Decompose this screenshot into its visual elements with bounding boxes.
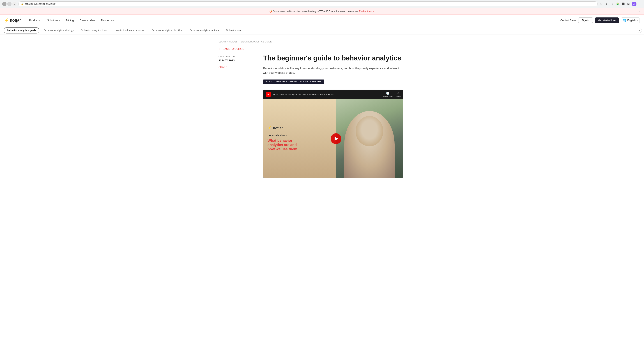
video-headline: Let's talk about <box>268 134 336 137</box>
google-icon[interactable]: G <box>600 2 604 6</box>
language-text: English <box>627 19 636 22</box>
video-logo: ⚡ hotjar <box>268 126 336 130</box>
nav-actions: Contact Sales Sign in Get started free 🌐… <box>560 17 640 23</box>
find-out-more-link[interactable]: Find out more. <box>359 10 375 13</box>
share-link[interactable]: SHARE <box>218 66 227 69</box>
browser-right-icons: G ⬇ ☆ 🧩 ⬛ ▣ A ⋮ <box>600 2 642 6</box>
sub-nav-checklist-label: Behavior analytics checklist <box>152 29 182 32</box>
article-description: Behavior analytics is the key to underst… <box>263 66 403 75</box>
video-subheadline: What behavioranalytics are andhow we use… <box>268 138 336 151</box>
cast-icon[interactable]: ⬛ <box>621 2 625 6</box>
breadcrumb-guides[interactable]: GUIDES <box>229 41 237 43</box>
person-image <box>336 99 403 178</box>
url-text: hotjar.com/behavior-analytics/ <box>24 3 56 5</box>
sign-in-button[interactable]: Sign in <box>578 17 593 23</box>
menu-icon[interactable]: ⋮ <box>638 2 642 6</box>
video-person-area <box>336 99 403 178</box>
logo-text: hotjar <box>10 18 21 23</box>
resources-nav-link[interactable]: Resources ▾ <box>98 17 118 23</box>
video-header-right: 🕐 Watch later ↗ Share <box>383 92 400 98</box>
contact-sales-link[interactable]: Contact Sales <box>560 19 576 22</box>
share-label: Share <box>395 95 400 98</box>
globe-icon: 🌐 <box>623 19 626 22</box>
sub-nav-item-strategy[interactable]: Behavior analytics strategy <box>40 26 77 35</box>
video-title: What behavior analytics are and how we u… <box>272 93 334 96</box>
tab-icon[interactable]: ▣ <box>626 2 630 6</box>
language-selector[interactable]: 🌐 English ▾ <box>621 18 640 23</box>
reload-button[interactable]: ↻ <box>12 2 16 6</box>
breadcrumb: LEARN / GUIDES / BEHAVIOR ANALYTICS GUID… <box>218 41 426 43</box>
download-icon[interactable]: ⬇ <box>605 2 609 6</box>
logo[interactable]: ⚡ hotjar <box>4 18 21 23</box>
back-button[interactable]: ← <box>2 2 6 6</box>
announcement-banner: 🌶️ Spicy news: In November, we're hostin… <box>0 8 644 15</box>
play-button[interactable] <box>330 133 342 144</box>
back-arrow-icon: ← <box>218 47 222 51</box>
sub-nav-item-guide[interactable]: Behavior analytics guide <box>4 27 39 34</box>
video-logo-icon: ⚡ <box>268 126 272 130</box>
video-container[interactable]: ▶ What behavior analytics are and how we… <box>263 90 403 178</box>
sub-nav-metrics-label: Behavior analytics metrics <box>190 29 219 32</box>
lock-icon: 🔒 <box>21 3 24 5</box>
sub-nav-item-track[interactable]: How to track user behavior <box>111 26 148 35</box>
pricing-nav-link[interactable]: Pricing <box>63 17 76 23</box>
video-header: ▶ What behavior analytics are and how we… <box>263 90 403 99</box>
extension-icon[interactable]: 🧩 <box>616 2 620 6</box>
sub-nav-item-metrics[interactable]: Behavior analytics metrics <box>186 26 222 35</box>
content-layout: LAST UPDATED 31 MAY 2023 SHARE The begin… <box>218 54 426 178</box>
sub-nav-item-more[interactable]: Behavior anal… <box>222 26 248 35</box>
watch-later-icon: 🕐 <box>386 92 390 95</box>
back-link-label: BACK TO GUIDES <box>223 48 244 50</box>
last-updated-date: 31 MAY 2023 <box>218 59 254 62</box>
video-thumbnail[interactable]: ⚡ hotjar Let's talk about What behaviora… <box>263 99 403 178</box>
close-banner-button[interactable]: × <box>638 9 640 13</box>
sub-nav-tools-label: Behavior analytics tools <box>81 29 107 32</box>
bookmark-icon[interactable]: ☆ <box>610 2 614 6</box>
share-icon: ↗ <box>397 92 399 95</box>
solutions-chevron: ▾ <box>59 19 60 21</box>
products-chevron: ▾ <box>40 19 41 21</box>
sub-nav-item-checklist[interactable]: Behavior analytics checklist <box>148 26 186 35</box>
video-logo-text: hotjar <box>273 126 283 130</box>
back-to-guides-link[interactable]: ← BACK TO GUIDES <box>218 47 426 51</box>
language-chevron: ▾ <box>636 19 638 22</box>
avatar[interactable]: A <box>632 2 636 6</box>
sub-nav-items: Behavior analytics guide Behavior analyt… <box>3 26 641 35</box>
page-content: LEARN / GUIDES / BEHAVIOR ANALYTICS GUID… <box>214 35 430 184</box>
breadcrumb-sep2: / <box>239 41 239 43</box>
resources-chevron: ▾ <box>114 19 115 21</box>
share-action[interactable]: ↗ Share <box>395 92 400 98</box>
sub-nav-guide-label: Behavior analytics guide <box>7 29 36 32</box>
video-header-left: ▶ What behavior analytics are and how we… <box>266 92 334 97</box>
breadcrumb-learn[interactable]: LEARN <box>218 41 226 43</box>
browser-nav-buttons: ← → ↻ <box>2 2 16 6</box>
sub-nav-arrow-button[interactable]: › <box>637 28 642 33</box>
sub-nav-strategy-label: Behavior analytics strategy <box>44 29 74 32</box>
watch-later-action[interactable]: 🕐 Watch later <box>383 92 392 98</box>
main-nav: ⚡ hotjar Products ▾ Solutions ▾ Pricing … <box>0 15 644 26</box>
solutions-nav-link[interactable]: Solutions ▾ <box>44 17 62 23</box>
sub-nav-more-label: Behavior anal… <box>226 29 244 32</box>
sub-nav-track-label: How to track user behavior <box>114 29 144 32</box>
announcement-text: 🌶️ Spicy news: In November, we're hostin… <box>269 10 358 13</box>
main-content: The beginner's guide to behavior analyti… <box>263 54 403 178</box>
case-studies-nav-link[interactable]: Case studies <box>77 17 98 23</box>
products-nav-link[interactable]: Products ▾ <box>26 17 44 23</box>
tag-badge: WEBSITE ANALYTICS AND USER BEHAVIOR INSI… <box>263 80 324 84</box>
get-started-button[interactable]: Get started free <box>595 18 619 23</box>
address-bar[interactable]: 🔒 hotjar.com/behavior-analytics/ <box>18 2 598 6</box>
last-updated-label: LAST UPDATED <box>218 56 254 58</box>
article-title: The beginner's guide to behavior analyti… <box>263 54 403 62</box>
nav-links: Products ▾ Solutions ▾ Pricing Case stud… <box>26 17 560 23</box>
watch-later-label: Watch later <box>383 95 392 98</box>
video-thumbnail-content: ⚡ hotjar Let's talk about What behaviora… <box>263 99 340 178</box>
browser-chrome: ← → ↻ 🔒 hotjar.com/behavior-analytics/ G… <box>0 0 644 8</box>
breadcrumb-current: BEHAVIOR ANALYTICS GUIDE <box>241 41 272 43</box>
breadcrumb-sep1: / <box>227 41 228 43</box>
sub-nav: Behavior analytics guide Behavior analyt… <box>0 26 644 35</box>
forward-button[interactable]: → <box>7 2 12 6</box>
sidebar: LAST UPDATED 31 MAY 2023 SHARE <box>218 54 254 178</box>
youtube-logo: ▶ <box>266 92 271 97</box>
logo-icon: ⚡ <box>4 18 9 23</box>
sub-nav-item-tools[interactable]: Behavior analytics tools <box>77 26 111 35</box>
